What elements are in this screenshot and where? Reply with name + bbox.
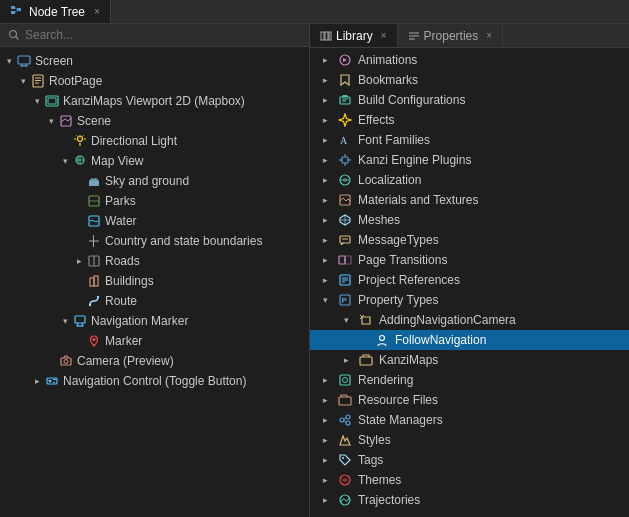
tree-label-skyground: Sky and ground xyxy=(105,174,305,188)
lib-arrow-trajectories xyxy=(318,493,332,507)
library-tab[interactable]: Library × xyxy=(310,24,398,47)
lib-arrow-kanziengine xyxy=(318,153,332,167)
lib-item-proptypes[interactable]: P Property Types xyxy=(310,290,629,310)
lib-arrow-kanzimaps xyxy=(339,353,353,367)
lib-icon-projrefs xyxy=(337,272,353,288)
tree-label-country: Country and state boundaries xyxy=(105,234,305,248)
tree-item-country[interactable]: Country and state boundaries xyxy=(0,231,309,251)
tree-arrow-navmarker xyxy=(58,314,72,328)
lib-label-effects: Effects xyxy=(358,113,394,127)
tree-item-roads[interactable]: Roads xyxy=(0,251,309,271)
lib-arrow-fontfamilies xyxy=(318,133,332,147)
node-tree-icon xyxy=(10,5,24,19)
lib-item-addingnavcam[interactable]: AddingNavigationCamera xyxy=(310,310,629,330)
library-tab-close[interactable]: × xyxy=(381,30,387,41)
tree-label-marker: Marker xyxy=(105,334,305,348)
lib-arrow-statemgr xyxy=(318,413,332,427)
tree-item-camera[interactable]: Camera (Preview) xyxy=(0,351,309,371)
lib-item-bookmarks[interactable]: Bookmarks xyxy=(310,70,629,90)
lib-item-statemgr[interactable]: State Managers xyxy=(310,410,629,430)
lib-icon-materials xyxy=(337,192,353,208)
lib-item-trajectories[interactable]: Trajectories xyxy=(310,490,629,510)
lib-item-localization[interactable]: Localization xyxy=(310,170,629,190)
tree-item-parks[interactable]: Parks xyxy=(0,191,309,211)
lib-label-kanzimaps: KanziMaps xyxy=(379,353,438,367)
tree-item-mapview[interactable]: Map View xyxy=(0,151,309,171)
mapview-icon xyxy=(72,153,88,169)
tree-item-navcontrol[interactable]: Navigation Control (Toggle Button) xyxy=(0,371,309,391)
lib-icon-themes xyxy=(337,472,353,488)
svg-rect-35 xyxy=(94,276,98,286)
svg-point-80 xyxy=(380,336,385,341)
lib-icon-follownav xyxy=(374,332,390,348)
tree-item-rootpage[interactable]: RootPage xyxy=(0,71,309,91)
svg-rect-51 xyxy=(329,32,331,40)
lib-label-materials: Materials and Textures xyxy=(358,193,479,207)
tree-item-screen[interactable]: Screen xyxy=(0,51,309,71)
properties-icon xyxy=(408,30,420,42)
lib-item-styles[interactable]: Styles xyxy=(310,430,629,450)
svg-rect-1 xyxy=(11,11,15,14)
tree-item-skyground[interactable]: Sky and ground xyxy=(0,171,309,191)
library-list: Animations Bookmarks Build Configuration… xyxy=(310,48,629,517)
lib-item-pagetrans[interactable]: Page Transitions xyxy=(310,250,629,270)
lib-arrow-bookmarks xyxy=(318,73,332,87)
lib-icon-pagetrans xyxy=(337,252,353,268)
svg-point-5 xyxy=(10,31,17,38)
scene-icon xyxy=(58,113,74,129)
tree-item-navmarker[interactable]: Navigation Marker xyxy=(0,311,309,331)
svg-rect-16 xyxy=(48,98,56,104)
properties-tab-label: Properties xyxy=(424,29,479,43)
lib-item-tags[interactable]: Tags xyxy=(310,450,629,470)
lib-arrow-pagetrans xyxy=(318,253,332,267)
properties-tab[interactable]: Properties × xyxy=(398,24,504,47)
tree-label-camera: Camera (Preview) xyxy=(77,354,305,368)
tree-item-route[interactable]: Route xyxy=(0,291,309,311)
lib-item-effects[interactable]: Effects xyxy=(310,110,629,130)
tree-item-dirlight[interactable]: Directional Light xyxy=(0,131,309,151)
lib-icon-addingnavcam xyxy=(358,312,374,328)
svg-rect-50 xyxy=(325,32,328,40)
lib-label-proptypes: Property Types xyxy=(358,293,438,307)
lib-label-projrefs: Project References xyxy=(358,273,460,287)
properties-tab-close[interactable]: × xyxy=(486,30,492,41)
svg-rect-0 xyxy=(11,6,15,9)
lib-item-kanzimaps[interactable]: KanziMaps xyxy=(310,350,629,370)
lib-item-messagetypes[interactable]: MessageTypes xyxy=(310,230,629,250)
svg-point-86 xyxy=(346,415,350,419)
lib-item-resfiles[interactable]: Resource Files xyxy=(310,390,629,410)
lib-icon-meshes xyxy=(337,212,353,228)
lib-icon-styles xyxy=(337,432,353,448)
lib-item-materials[interactable]: Materials and Textures xyxy=(310,190,629,210)
svg-rect-82 xyxy=(340,375,350,385)
lib-item-follownav[interactable]: FollowNavigation xyxy=(310,330,629,350)
lib-icon-proptypes: P xyxy=(337,292,353,308)
country-icon xyxy=(86,233,102,249)
svg-rect-81 xyxy=(360,357,372,365)
lib-arrow-projrefs xyxy=(318,273,332,287)
lib-label-buildconfigs: Build Configurations xyxy=(358,93,465,107)
lib-item-projrefs[interactable]: Project References xyxy=(310,270,629,290)
lib-item-animations[interactable]: Animations xyxy=(310,50,629,70)
lib-item-meshes[interactable]: Meshes xyxy=(310,210,629,230)
tree-item-viewport[interactable]: KanziMaps Viewport 2D (Mapbox) xyxy=(0,91,309,111)
tree-item-scene[interactable]: Scene xyxy=(0,111,309,131)
svg-point-44 xyxy=(64,360,68,364)
tree-item-marker[interactable]: Marker xyxy=(0,331,309,351)
lib-label-pagetrans: Page Transitions xyxy=(358,253,447,267)
lib-icon-statemgr xyxy=(337,412,353,428)
tree-label-buildings: Buildings xyxy=(105,274,305,288)
lib-item-fontfamilies[interactable]: A Font Families xyxy=(310,130,629,150)
lib-item-kanziengine[interactable]: Kanzi Engine Plugins xyxy=(310,150,629,170)
lib-item-buildconfigs[interactable]: Build Configurations xyxy=(310,90,629,110)
node-tree-tab[interactable]: Node Tree × xyxy=(0,0,111,23)
lib-arrow-animations xyxy=(318,53,332,67)
lib-item-themes[interactable]: Themes xyxy=(310,470,629,490)
lib-icon-animations xyxy=(337,52,353,68)
node-tree-tab-close[interactable]: × xyxy=(94,6,100,17)
tree-item-water[interactable]: Water xyxy=(0,211,309,231)
lib-item-rendering[interactable]: Rendering xyxy=(310,370,629,390)
lib-label-fontfamilies: Font Families xyxy=(358,133,430,147)
search-input[interactable] xyxy=(25,28,301,42)
tree-item-buildings[interactable]: Buildings xyxy=(0,271,309,291)
